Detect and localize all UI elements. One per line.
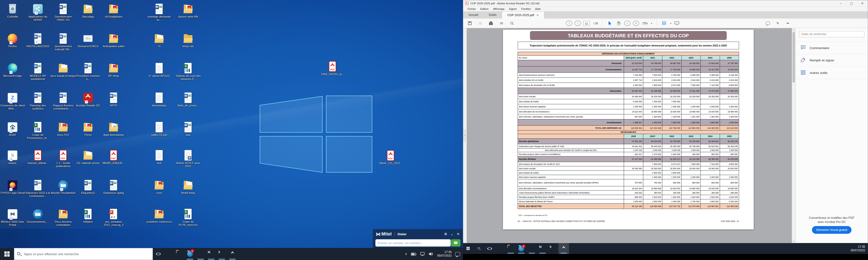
start-trial-button[interactable]: Démarrer l'essai gratuit (812, 226, 851, 234)
vertical-scrollbar[interactable]: ▲ ▼ (792, 28, 796, 243)
desktop-icon-article-18-plf-pour-2022[interactable]: WArticle 18-PLF pour 2022 (175, 150, 201, 168)
desktop-icon-dol-ances-apleg[interactable]: WDoléances apleg (100, 180, 127, 194)
desktop-icon-1958-202201-ta[interactable]: PDF1958_202201_ta... (319, 61, 346, 76)
desktop-icon-demarrerstacs[interactable]: ⚙⚙DemarrerSTACS (75, 33, 101, 48)
find-button[interactable] (509, 20, 515, 27)
tab-outils[interactable]: Outils (484, 11, 502, 18)
tab-close-icon[interactable]: ✕ (536, 11, 539, 19)
desktop-icon-copie-de-plfr-exercice[interactable]: XCopie de PLFR_exercice (175, 209, 201, 227)
mitel-dial-input[interactable] (375, 239, 451, 247)
desktop-icon-salles-15-juin[interactable]: salles 15 juin (146, 121, 173, 137)
start-button[interactable] (0, 248, 14, 260)
zoom-in-button[interactable]: + (633, 21, 639, 26)
previous-page-button[interactable]: ↑ (566, 21, 572, 26)
taskbar-search-input[interactable] (23, 252, 142, 256)
taskbar-right-clock[interactable]: 17:35 05/07/2022 (850, 245, 865, 252)
hand-tool-button[interactable] (616, 20, 622, 27)
desktop-icon-item[interactable]: S↗καιρός (0, 150, 26, 165)
desktop-icon-n-admin-apleg[interactable]: n° admin APLEG (146, 63, 173, 77)
volume-icon[interactable] (429, 252, 434, 256)
taskbar-app-thunderbird[interactable]: 1 (516, 243, 527, 254)
desktop-icon-acrobat-reader-dc[interactable]: ↗Acrobat Reader DC (75, 92, 101, 107)
zoom-out-button[interactable]: − (624, 21, 630, 26)
desktop-icon-r-ponses-sgg-la-commission[interactable]: WRéponses SGG à la commission... (25, 180, 51, 198)
desktop-icon-copie-de-permanence-et[interactable]: XCopie de Permanence_et... (25, 121, 51, 140)
document-area[interactable]: TABLEAUX BUDGÉTAIRE ET EN EFFECTIFS DU C… (467, 28, 792, 243)
menu-fichier[interactable]: Fichier (466, 7, 478, 11)
desktop-icon-ctrl-budg-taire[interactable]: PDFctrl budgétaire (100, 3, 127, 18)
desktop-icon-1-1-guide-publications[interactable]: PDF1.1 - Guide publications (50, 150, 76, 168)
battery-icon[interactable] (411, 252, 416, 256)
taskbar-app-thunderbird[interactable]: 1 (185, 248, 195, 260)
taskbar-app-taskview[interactable] (484, 243, 495, 254)
menu-edition[interactable]: Edition (478, 7, 491, 11)
desktop-icon-questionnaire-indicatif-on[interactable]: WQuestionnaire indicatif ON... (50, 33, 76, 51)
zoom-level-field[interactable]: 73% (642, 22, 648, 25)
panel-item-commentaire[interactable]: Commentaire (796, 42, 868, 54)
taskbar-app-start[interactable] (463, 243, 473, 254)
desktop-icon-proc-dure-examen-e[interactable]: WProcédure examen e... (75, 63, 101, 81)
mitel-call-button[interactable]: ☎ (451, 239, 461, 247)
desktop-icon-drhf-cd-2022[interactable]: PDFDRHF_CD_2022... (377, 150, 404, 165)
desktop-icon-note-de-prese[interactable]: WNote_de_prese... (175, 92, 201, 107)
close-button[interactable]: ✕ (857, 0, 868, 6)
comment-tool-icon[interactable] (765, 20, 771, 27)
desktop-icon-timestamps[interactable]: timestamps (146, 92, 173, 107)
mitel-settings-icon[interactable]: ⚙ (444, 232, 447, 236)
desktop-icon-mivoice-5000-user-portal[interactable]: ⋈↗MiVoice 5000 User Portal (0, 209, 26, 227)
desktop-icon-ce-cabinets-priv-s[interactable]: CE cabinets privés (75, 150, 101, 165)
taskbar-clock[interactable]: 17:35 05/07/2022 (437, 250, 452, 258)
desktop-icon-agat[interactable]: ↗AGAT (0, 121, 26, 137)
next-page-button[interactable]: ↓ (575, 21, 581, 26)
desktop-icon-gouvernement[interactable]: Gouvernement_... (25, 209, 51, 223)
desktop-icon-typo3-login-s-nat[interactable]: ↗TYPO3 Login Sénat (0, 180, 26, 194)
desktop-icon-stacsapp[interactable]: ⚙StacsApp (75, 3, 101, 18)
desktop-icon-agat-timestamps[interactable]: WAgat timestamps (100, 121, 127, 137)
desktop-icon-firefox[interactable]: ↗Firefox (0, 33, 26, 48)
desktop-icon-liasses-amts-an[interactable]: PDFliasses amts AN (175, 3, 201, 18)
desktop-icon-anticipation-juillet[interactable]: PDFAnticipation juillet (100, 33, 127, 48)
desktop-icon-7z[interactable]: 7z (146, 33, 173, 48)
menu-fen-tre[interactable]: Fenêtre (519, 7, 533, 11)
desktop-icon-docs-travail-et-tempo[interactable]: docs travail et tempo (50, 63, 76, 77)
zoom-dropdown-icon[interactable]: ▾ (651, 22, 652, 25)
taskbar-app-word[interactable]: W (206, 248, 217, 260)
taskbar-app-explorer[interactable] (174, 248, 185, 260)
taskbar-app-firefox[interactable] (195, 248, 206, 260)
menu-aide[interactable]: Aide (533, 7, 542, 11)
desktop-icon-connexion-de-client-web[interactable]: Z↗Connexion de client Web ... (0, 92, 26, 110)
minimize-button[interactable]: – (835, 0, 846, 6)
desktop-icon-etiquettes2[interactable]: WEtiquettes2 (75, 180, 101, 194)
panel-item-remplir-et-signer[interactable]: Remplir et signer (796, 54, 868, 67)
page-display-button[interactable] (674, 20, 680, 27)
mitel-minimize-icon[interactable]: ⌄ (451, 232, 454, 236)
mail-button[interactable]: ✉ (498, 20, 505, 27)
star-button[interactable]: ☆ (477, 20, 484, 27)
scroll-down-icon[interactable]: ▼ (792, 240, 796, 242)
taskbar-search[interactable] (14, 248, 153, 260)
mitel-close-icon[interactable]: ✕ (457, 232, 460, 236)
desktop-icon-temp-cdv[interactable]: temp cdv (175, 33, 201, 48)
sign-tool-icon[interactable]: ✒ (785, 20, 791, 27)
desktop-icon-mozilla-thunderbird[interactable]: ↗Mozilla Thunderbird (50, 180, 76, 194)
desktop-icon-rapport-anciens-combattants[interactable]: WRapport Anciens combattants - ... (50, 92, 76, 110)
pencil-tool-icon[interactable]: ✎ (775, 20, 781, 27)
tools-search-input[interactable] (799, 31, 864, 37)
taskbar-app-acrobat[interactable] (558, 243, 569, 254)
maximize-button[interactable]: ▢ (846, 0, 857, 6)
desktop-icon-pointage-demande-ac[interactable]: Wpointage demande ac... (146, 3, 173, 22)
print-button[interactable] (488, 20, 494, 27)
desktop-icon-knd[interactable]: knd (146, 150, 173, 165)
mitel-titlebar[interactable]: ⋈ Mitel | Dialer ⚙ ⌄ ✕ (373, 230, 462, 238)
desktop-icon-inflation[interactable]: XInflation (75, 209, 101, 223)
desktop-icon-docu-anciens-combattans[interactable]: PDFDocu Anciens combattans (50, 209, 76, 227)
taskbar-app-firefox[interactable] (527, 243, 537, 254)
taskbar-app-searchglyph[interactable] (473, 243, 484, 254)
menu-signer[interactable]: Signer (507, 7, 519, 11)
taskbar-app-excel[interactable]: X (217, 248, 227, 260)
network-display-icon[interactable] (420, 252, 425, 256)
desktop-icon-conv[interactable]: PDFconv (146, 180, 173, 194)
fit-dropdown-icon[interactable]: ▾ (670, 22, 672, 25)
panel-item-autres-outils[interactable]: Autres outils (796, 67, 868, 79)
desktop-icon-pre-sentation-2021-onacvg-2[interactable]: Ppre_sentation 2021_onacvg_2 (100, 209, 127, 227)
